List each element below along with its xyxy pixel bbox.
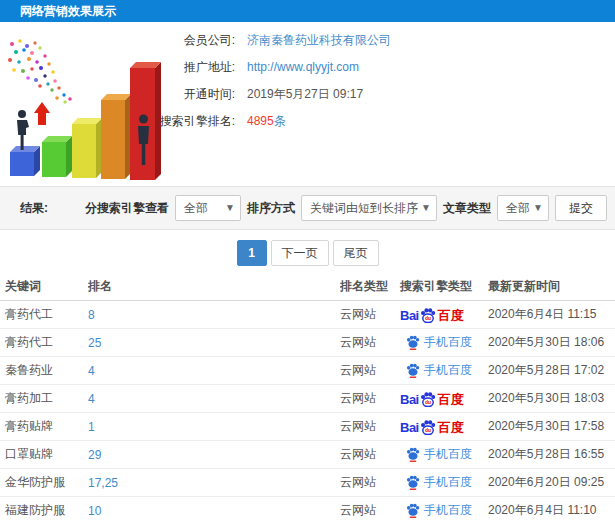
article-type-label: 文章类型 [443,200,491,217]
promo-url-label: 推广地址: [70,58,235,76]
pagination: 1 下一页 尾页 [0,240,615,266]
page-title: 网络营销效果展示 [20,4,116,18]
baidu-pc-logo: Bai du 百度 [400,308,464,322]
svg-text:du: du [425,400,431,405]
engine-rank-label: 搜索引擎排名: [70,112,235,130]
keyword-cell: 膏药代工 [0,334,88,351]
rank-cell: 10 [88,504,340,518]
rank-link[interactable]: 4 [88,364,95,378]
table-row: 福建防护服 10 云网站 手机百度 2020年6月4日 11:10 [0,497,615,520]
bar-orange [101,94,131,179]
table-row: 膏药代工 8 云网站 Bai du 百度 2020年6月4日 11:15 [0,301,615,329]
rank-type-cell: 云网站 [340,502,400,519]
updated-cell: 2020年5月30日 18:06 [488,334,615,351]
rank-type-cell: 云网站 [340,390,400,407]
engine-rank-unit-link[interactable]: 条 [274,112,286,130]
baidu-paw-icon [406,447,420,462]
rank-cell: 4 [88,364,340,378]
article-type-select[interactable]: 全部 ▼ [497,195,549,221]
engine-filter-select[interactable]: 全部 ▼ [175,195,241,221]
rank-link[interactable]: 10 [88,504,101,518]
engine-rank-field: 搜索引擎排名: 4895 条 [70,112,286,130]
engine-filter-value: 全部 [184,200,208,217]
keyword-cell: 秦鲁药业 [0,362,88,379]
table-body: 膏药代工 8 云网站 Bai du 百度 2020年6月4日 11:15 [0,301,615,520]
rank-type-cell: 云网站 [340,446,400,463]
baidu-paw-icon: du [420,392,436,407]
rank-link[interactable]: 8 [88,308,95,322]
result-label: 结果: [20,200,48,217]
up-arrow [34,102,50,125]
rank-cell: 1 [88,420,340,434]
chevron-down-icon: ▼ [225,202,235,213]
next-page-button[interactable]: 下一页 [271,240,329,266]
baidu-paw-icon [406,363,420,378]
baidu-paw-icon [406,503,420,518]
rank-type-cell: 云网站 [340,334,400,351]
baidu-mobile-logo: 手机百度 [400,446,472,463]
baidu-mobile-logo: 手机百度 [400,474,472,491]
keyword-cell: 膏药代工 [0,306,88,323]
keyword-cell: 福建防护服 [0,502,88,519]
engine-cell: 手机百度 [400,502,488,519]
table-row: 膏药加工 4 云网站 Bai du 百度 2020年5月30日 18:03 [0,385,615,413]
member-company-field: 会员公司: 济南秦鲁药业科技有限公司 [70,31,391,49]
table-row: 口罩贴牌 29 云网站 手机百度 2020年5月28日 16:55 [0,441,615,469]
businessman-left [17,110,29,150]
updated-cell: 2020年5月28日 17:02 [488,362,615,379]
mobile-baidu-label: 手机百度 [424,362,472,379]
article-type-value: 全部 [506,200,530,217]
page: 网络营销效果展示 [0,0,615,520]
header-updated: 最新更新时间 [488,278,615,295]
submit-button[interactable]: 提交 [555,195,607,221]
last-page-button[interactable]: 尾页 [333,240,379,266]
baidu-mobile-logo: 手机百度 [400,334,472,351]
chevron-down-icon: ▼ [533,202,543,213]
rank-link[interactable]: 29 [88,448,101,462]
engine-cell: 手机百度 [400,446,488,463]
header-rank: 排名 [88,278,340,295]
header-keyword: 关键词 [0,278,88,295]
confetti-dots [8,39,72,104]
header-rank-type: 排名类型 [340,278,400,295]
table-row: 膏药代工 25 云网站 手机百度 2020年5月30日 18:06 [0,329,615,357]
engine-filter-label: 分搜索引擎查看 [85,200,169,217]
rank-cell: 17,25 [88,476,340,490]
baidu-pc-logo: Bai du 百度 [400,420,464,434]
updated-cell: 2020年5月30日 18:03 [488,390,615,407]
rank-cell: 8 [88,308,340,322]
rank-link[interactable]: 17,25 [88,476,118,490]
promo-url-link[interactable]: http://www.qlyyjt.com [247,58,359,76]
keyword-cell: 金华防护服 [0,474,88,491]
updated-cell: 2020年6月20日 09:25 [488,474,615,491]
rank-cell: 25 [88,336,340,350]
opened-time-field: 开通时间: 2019年5月27日 09:17 [70,85,363,103]
baidu-pc-logo: Bai du 百度 [400,392,464,406]
mobile-baidu-label: 手机百度 [424,334,472,351]
rank-type-cell: 云网站 [340,362,400,379]
baidu-paw-icon [406,335,420,350]
engine-cell: Bai du 百度 [400,308,488,322]
member-company-link[interactable]: 济南秦鲁药业科技有限公司 [247,31,391,49]
baidu-paw-icon: du [420,308,436,323]
page-1-button[interactable]: 1 [237,240,267,266]
keyword-cell: 膏药贴牌 [0,418,88,435]
keyword-cell: 口罩贴牌 [0,446,88,463]
rank-link[interactable]: 4 [88,392,95,406]
rank-link[interactable]: 1 [88,420,95,434]
mobile-baidu-label: 手机百度 [424,446,472,463]
updated-cell: 2020年5月28日 16:55 [488,446,615,463]
engine-cell: 手机百度 [400,362,488,379]
window-titlebar: 网络营销效果展示 [0,0,615,22]
engine-cell: 手机百度 [400,474,488,491]
bar-green [42,136,72,177]
engine-cell: 手机百度 [400,334,488,351]
mobile-baidu-label: 手机百度 [424,474,472,491]
engine-rank-count: 4895 [247,112,274,130]
sort-label: 排序方式 [247,200,295,217]
table-row: 膏药贴牌 1 云网站 Bai du 百度 2020年5月30日 17:58 [0,413,615,441]
rank-link[interactable]: 25 [88,336,101,350]
sort-select[interactable]: 关键词由短到长排序 ▼ [301,195,437,221]
table-row: 秦鲁药业 4 云网站 手机百度 2020年5月28日 17:02 [0,357,615,385]
header-engine-type: 搜索引擎类型 [400,278,488,295]
